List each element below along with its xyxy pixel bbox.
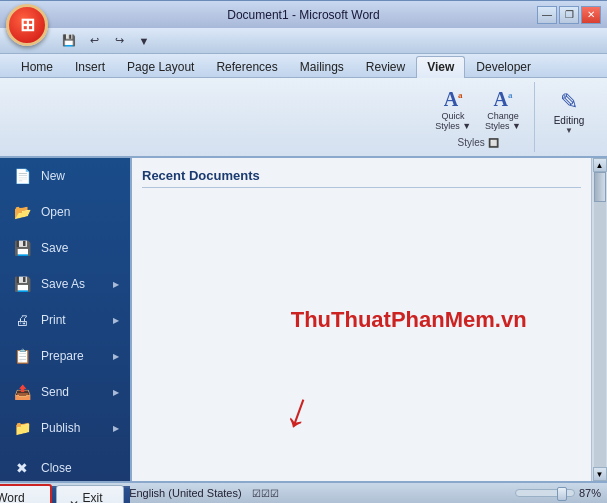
tab-developer[interactable]: Developer: [465, 56, 542, 77]
minimize-button[interactable]: —: [537, 6, 557, 24]
editing-button[interactable]: ✎ Editing ▼: [549, 86, 590, 138]
close-button[interactable]: ✕: [581, 6, 601, 24]
watermark-text: ThuThuatPhanMem.vn: [291, 307, 527, 333]
zoom-thumb[interactable]: [557, 487, 567, 501]
scroll-track: [594, 172, 606, 467]
prepare-arrow: ▶: [113, 352, 119, 361]
tab-view[interactable]: View: [416, 56, 465, 78]
main-area: 📄 New 📂 Open 💾 Save 💾 Save As ▶ 🖨 Print …: [0, 158, 607, 481]
editing-icon: ✎: [560, 89, 578, 115]
menu-item-new[interactable]: 📄 New: [0, 158, 130, 194]
menu-open-label: Open: [41, 205, 70, 219]
publish-arrow: ▶: [113, 424, 119, 433]
tab-mailings[interactable]: Mailings: [289, 56, 355, 77]
office-button-icon: ⊞: [20, 14, 35, 36]
tab-home[interactable]: Home: [10, 56, 64, 77]
scroll-up-button[interactable]: ▲: [593, 158, 607, 172]
qa-undo-button[interactable]: ↩: [83, 31, 105, 51]
menu-item-saveas[interactable]: 💾 Save As ▶: [0, 266, 130, 302]
tab-page-layout[interactable]: Page Layout: [116, 56, 205, 77]
recent-documents-panel: Recent Documents ThuThuatPhanMem.vn ↓: [130, 158, 591, 481]
zoom-slider[interactable]: [515, 489, 575, 497]
print-icon: 🖨: [11, 309, 33, 331]
tab-review[interactable]: Review: [355, 56, 416, 77]
change-styles-button[interactable]: Aa ChangeStyles ▼: [480, 86, 526, 134]
styles-group-label: Styles 🔲: [458, 137, 499, 148]
language-indicator[interactable]: English (United States): [129, 487, 242, 499]
restore-button[interactable]: ❐: [559, 6, 579, 24]
ribbon-content: Aa QuickStyles ▼ Aa ChangeStyles ▼ Style…: [0, 78, 607, 158]
change-styles-label: ChangeStyles ▼: [485, 111, 521, 131]
print-arrow: ▶: [113, 316, 119, 325]
menu-publish-label: Publish: [41, 421, 80, 435]
menu-item-save[interactable]: 💾 Save: [0, 230, 130, 266]
menu-item-open[interactable]: 📂 Open: [0, 194, 130, 230]
menu-print-label: Print: [41, 313, 66, 327]
menu-item-print[interactable]: 🖨 Print ▶: [0, 302, 130, 338]
editing-label: Editing: [554, 115, 585, 126]
scroll-down-button[interactable]: ▼: [593, 467, 607, 481]
prepare-icon: 📋: [11, 345, 33, 367]
word-options-label: Word Options: [0, 491, 38, 503]
close-icon: ✖: [11, 457, 33, 479]
window-title: Document1 - Microsoft Word: [227, 8, 380, 22]
office-menu-panel: 📄 New 📂 Open 💾 Save 💾 Save As ▶ 🖨 Print …: [0, 158, 130, 481]
menu-prepare-label: Prepare: [41, 349, 84, 363]
send-arrow: ▶: [113, 388, 119, 397]
quick-styles-label: QuickStyles ▼: [435, 111, 471, 131]
open-icon: 📂: [11, 201, 33, 223]
exit-word-label: Exit Word: [83, 491, 111, 503]
send-icon: 📤: [11, 381, 33, 403]
quick-styles-button[interactable]: Aa QuickStyles ▼: [430, 86, 476, 134]
scroll-thumb[interactable]: [594, 172, 606, 202]
quick-styles-icon: Aa: [444, 89, 463, 109]
footer-right: 87%: [515, 487, 601, 499]
menu-saveas-label: Save As: [41, 277, 85, 291]
saveas-icon: 💾: [11, 273, 33, 295]
styles-buttons: Aa QuickStyles ▼ Aa ChangeStyles ▼: [430, 86, 526, 134]
ribbon-tabs: Home Insert Page Layout References Maili…: [0, 54, 607, 78]
quick-access-toolbar: 💾 ↩ ↪ ▼: [0, 28, 607, 54]
menu-item-prepare[interactable]: 📋 Prepare ▶: [0, 338, 130, 374]
tab-references[interactable]: References: [205, 56, 288, 77]
qa-redo-button[interactable]: ↪: [108, 31, 130, 51]
menu-item-publish[interactable]: 📁 Publish ▶: [0, 410, 130, 446]
exit-word-icon: ✕: [69, 498, 79, 503]
ribbon-group-styles: Aa QuickStyles ▼ Aa ChangeStyles ▼ Style…: [422, 82, 535, 152]
right-scrollbar[interactable]: ▲ ▼: [591, 158, 607, 481]
zoom-level: 87%: [579, 487, 601, 499]
recent-documents-title: Recent Documents: [142, 168, 581, 188]
word-options-button[interactable]: ⚙ Word Options: [0, 484, 52, 503]
menu-send-label: Send: [41, 385, 69, 399]
window-controls: — ❐ ✕: [537, 6, 601, 24]
office-button[interactable]: ⊞: [6, 4, 48, 46]
qa-save-button[interactable]: 💾: [58, 31, 80, 51]
saveas-arrow: ▶: [113, 280, 119, 289]
track-changes-icon: ☑☑☑: [252, 488, 279, 499]
publish-icon: 📁: [11, 417, 33, 439]
new-icon: 📄: [11, 165, 33, 187]
tab-insert[interactable]: Insert: [64, 56, 116, 77]
menu-item-close[interactable]: ✖ Close: [0, 450, 130, 486]
qa-dropdown-button[interactable]: ▼: [133, 31, 155, 51]
title-bar: Document1 - Microsoft Word — ❐ ✕: [0, 0, 607, 28]
menu-save-label: Save: [41, 241, 68, 255]
bottom-buttons-panel: ⚙ Word Options ✕ Exit Word: [0, 486, 130, 503]
menu-close-label: Close: [41, 461, 72, 475]
menu-item-send[interactable]: 📤 Send ▶: [0, 374, 130, 410]
ribbon-group-editing: ✎ Editing ▼: [539, 82, 599, 152]
arrow-indicator: ↓: [278, 378, 321, 441]
exit-word-button[interactable]: ✕ Exit Word: [56, 485, 124, 503]
menu-new-label: New: [41, 169, 65, 183]
save-icon: 💾: [11, 237, 33, 259]
change-styles-icon: Aa: [494, 89, 513, 109]
